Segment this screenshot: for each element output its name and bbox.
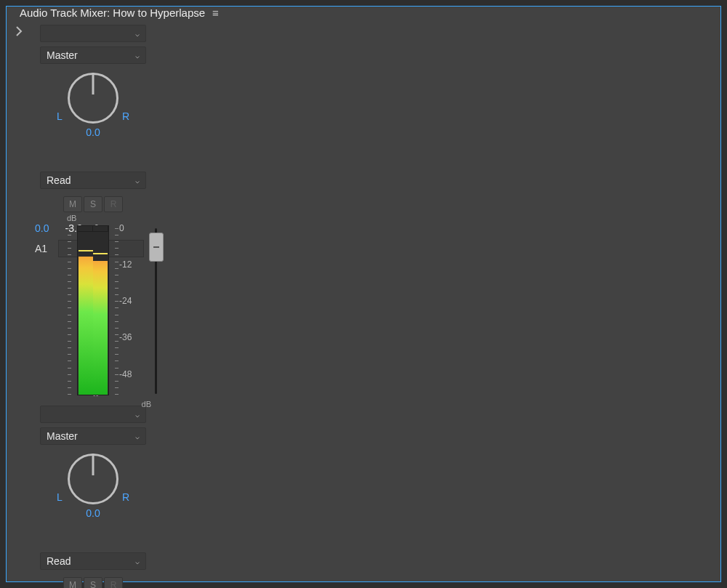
chevron-down-icon: ⌵ xyxy=(135,432,140,440)
pan-knob[interactable] xyxy=(68,73,119,124)
chevron-down-icon: ⌵ xyxy=(135,30,140,38)
record-enable-button[interactable]: R xyxy=(104,196,123,212)
chevron-down-icon: ⌵ xyxy=(135,52,140,60)
mute-button[interactable]: M xyxy=(63,577,82,588)
pan-left-label: L xyxy=(57,110,63,122)
db-label: dB xyxy=(67,214,99,222)
db-label: dB xyxy=(119,400,151,408)
solo-button[interactable]: S xyxy=(84,196,103,212)
pan-value[interactable]: 0.0 xyxy=(86,507,100,519)
expand-effects-toggle[interactable] xyxy=(15,26,23,36)
pan-knob[interactable] xyxy=(68,454,119,504)
volume-fader[interactable] xyxy=(149,233,164,262)
automation-mode-dropdown[interactable]: Read⌵ xyxy=(40,552,146,570)
send-assignment-dropdown[interactable]: ⌵ xyxy=(40,25,146,42)
panel-title: Audio Track Mixer: How to Hyperlapse xyxy=(20,7,205,19)
track-A1: ⌵ Master⌵ LR 0.0 Read⌵ M S R dB 630-3-12… xyxy=(31,25,155,588)
pan-left-label: L xyxy=(57,491,63,503)
meter-scale: dB 0-12-24-36-48 xyxy=(119,218,151,406)
record-enable-button[interactable]: R xyxy=(104,577,123,588)
chevron-down-icon: ⌵ xyxy=(135,177,140,185)
level-meter xyxy=(77,225,109,395)
automation-mode-dropdown[interactable]: Read⌵ xyxy=(40,172,146,189)
track-A2: ⌵ Master⌵ LR 0.0 Read⌵ M S R dB 630-3-12… xyxy=(31,406,155,588)
panel-header: Audio Track Mixer: How to Hyperlapse ≡ xyxy=(7,7,720,19)
chevron-down-icon: ⌵ xyxy=(135,411,140,419)
pan-right-label: R xyxy=(122,110,129,122)
panel-menu-icon[interactable]: ≡ xyxy=(212,7,219,19)
output-routing-dropdown[interactable]: Master⌵ xyxy=(40,47,146,64)
pan-value[interactable]: 0.0 xyxy=(86,126,100,138)
chevron-down-icon: ⌵ xyxy=(135,557,140,565)
fader-scale: dB 630-3-12-21-∞ xyxy=(35,218,67,406)
audio-track-mixer-panel: Audio Track Mixer: How to Hyperlapse ≡ ⌵… xyxy=(6,6,721,582)
pan-right-label: R xyxy=(122,491,129,503)
mute-button[interactable]: M xyxy=(63,196,82,212)
output-routing-dropdown[interactable]: Master⌵ xyxy=(40,427,146,445)
solo-button[interactable]: S xyxy=(84,577,103,588)
